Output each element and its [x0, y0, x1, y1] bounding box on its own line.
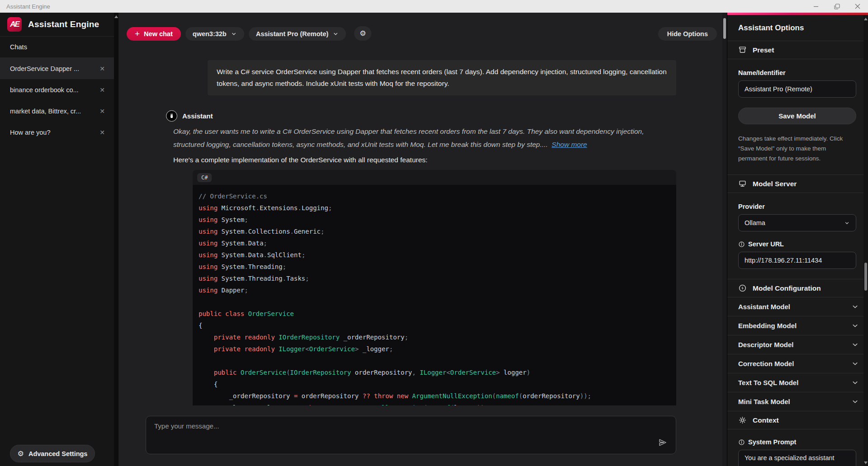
server-icon	[738, 179, 747, 188]
close-chat-icon[interactable]: ✕	[97, 107, 108, 116]
chevron-down-icon	[851, 341, 859, 348]
chat-title: binance orderbook co...	[10, 86, 97, 94]
code-language-badge: C#	[197, 173, 212, 182]
preset-section-header: Preset	[727, 41, 868, 59]
main-scrollbar[interactable]	[722, 13, 727, 466]
scrollbar-thumb[interactable]	[864, 263, 867, 291]
model-accordion-row[interactable]: Assistant Model	[727, 297, 868, 316]
options-panel-title: Assistant Options	[727, 13, 868, 41]
plus-icon: +	[135, 29, 140, 38]
server-url-input[interactable]: http://178.196.27.11:11434	[738, 252, 856, 269]
close-icon[interactable]	[847, 0, 868, 13]
chevron-down-icon	[851, 360, 859, 367]
scroll-up-icon[interactable]	[114, 15, 118, 18]
code-line: _logger = logger ?? throw new ArgumentNu…	[199, 402, 669, 405]
brand-row: AE Assistant Engine	[0, 13, 114, 37]
provider-select[interactable]: Ollama	[738, 214, 856, 231]
model-selector-dropdown[interactable]: qwen3:32b	[185, 27, 244, 41]
code-line	[199, 355, 669, 367]
server-url-label: Server URL	[738, 240, 856, 248]
new-chat-button[interactable]: + New chat	[127, 27, 181, 41]
assistant-thinking-text: Okay, the user wants me to write a C# Or…	[173, 125, 654, 151]
assistant-message-header: Assistant	[166, 110, 722, 122]
chat-title: How are you?	[10, 129, 97, 136]
model-accordion-row[interactable]: Text To SQL Model	[727, 373, 868, 392]
model-server-section-header: Model Server	[727, 175, 868, 193]
model-configuration-section-header: Model Configuration	[727, 279, 868, 297]
advanced-settings-button[interactable]: ⚙ Advanced Settings	[10, 445, 95, 462]
code-line: using Dapper;	[199, 284, 669, 296]
close-chat-icon[interactable]: ✕	[97, 128, 108, 137]
chat-title: OrderService Dapper ...	[10, 65, 97, 72]
provider-label: Provider	[738, 203, 856, 210]
system-prompt-textarea[interactable]: You are a specialized assistant	[738, 450, 856, 466]
accordion-label: Assistant Model	[738, 303, 851, 311]
name-identifier-label: Name/Identifier	[738, 69, 856, 76]
accordion-label: Descriptor Model	[738, 341, 851, 348]
chats-section-label: Chats	[0, 37, 114, 58]
info-icon	[738, 241, 745, 248]
chat-title: market data, Bittrex, cr...	[10, 108, 97, 115]
hide-options-button[interactable]: Hide Options	[658, 27, 717, 41]
composer: Type your message...	[119, 405, 722, 466]
chat-list-item[interactable]: OrderService Dapper ... ✕	[0, 58, 114, 79]
accent-bar	[727, 13, 868, 15]
window-title: Assistant Engine	[0, 3, 806, 10]
chevron-down-icon	[844, 220, 850, 226]
system-prompt-label: System Prompt	[738, 438, 856, 446]
close-chat-icon[interactable]: ✕	[97, 85, 108, 94]
save-model-note: Changes take effect immediately. Click “…	[738, 134, 856, 174]
chat-list-item[interactable]: market data, Bittrex, cr... ✕	[0, 100, 114, 122]
chat-list-item[interactable]: binance orderbook co... ✕	[0, 79, 114, 100]
model-accordion-row[interactable]: Embedding Model	[727, 316, 868, 335]
code-block-header: C#	[193, 170, 676, 185]
lightning-circle-icon	[738, 284, 747, 292]
options-scrollbar[interactable]	[863, 15, 868, 466]
gear-icon: ⚙	[18, 450, 24, 457]
model-accordion-row[interactable]: Descriptor Model	[727, 335, 868, 354]
message-input-placeholder: Type your message...	[154, 422, 219, 430]
code-line: using System;	[199, 214, 669, 226]
sidebar-scrollbar[interactable]	[114, 13, 119, 466]
info-icon	[738, 439, 745, 446]
user-message-text: Write a C# service OrderService using Da…	[217, 66, 667, 89]
model-accordion-row[interactable]: Mini Task Model	[727, 392, 868, 411]
chat-list: OrderService Dapper ... ✕ binance orderb…	[0, 58, 114, 143]
code-line: using Microsoft.Extensions.Logging;	[199, 202, 669, 214]
accordion-label: Correction Model	[738, 360, 851, 367]
toolbar: + New chat qwen3:32b Assistant Pro (Remo…	[119, 13, 722, 41]
code-line: // OrderService.cs	[199, 190, 669, 202]
show-more-link[interactable]: Show more	[552, 141, 587, 148]
code-line: using System.Data.SqlClient;	[199, 249, 669, 261]
model-accordion-row[interactable]: Correction Model	[727, 354, 868, 373]
send-icon[interactable]	[658, 438, 668, 449]
code-content[interactable]: // OrderService.csusing Microsoft.Extens…	[193, 185, 676, 405]
chat-list-item[interactable]: How are you? ✕	[0, 122, 114, 143]
code-line: private readonly IOrderRepository _order…	[199, 331, 669, 343]
accordion-label: Embedding Model	[738, 322, 851, 329]
preset-section-body: Name/Identifier Assistant Pro (Remote) S…	[727, 69, 868, 175]
restore-button[interactable]	[826, 0, 847, 13]
code-line: _orderRepository = orderRepository ?? th…	[199, 390, 669, 402]
scrollbar-thumb[interactable]	[723, 18, 726, 39]
assistant-intro-text: Here's a complete implementation of the …	[173, 156, 722, 164]
context-gear-icon	[738, 416, 747, 424]
scroll-up-icon[interactable]	[864, 18, 868, 20]
message-input[interactable]: Type your message...	[146, 416, 676, 454]
code-line: using System.Threading;	[199, 261, 669, 273]
assistant-selector-dropdown[interactable]: Assistant Pro (Remote)	[249, 27, 346, 41]
close-chat-icon[interactable]: ✕	[97, 64, 108, 73]
code-line: using System.Data;	[199, 237, 669, 249]
save-model-button[interactable]: Save Model	[738, 108, 856, 124]
chat-view: Write a C# service OrderService using Da…	[119, 41, 722, 405]
minimize-button[interactable]	[806, 0, 826, 13]
settings-gear-button[interactable]: ⚙	[354, 26, 371, 41]
preset-box-icon	[738, 46, 747, 54]
window-titlebar: Assistant Engine	[0, 0, 868, 13]
name-identifier-input[interactable]: Assistant Pro (Remote)	[738, 80, 856, 98]
model-accordion-list: Assistant Model Embedding Model Descript…	[727, 297, 868, 411]
scroll-down-icon[interactable]	[864, 461, 868, 464]
app-logo: AE	[7, 17, 22, 32]
context-section-header: Context	[727, 411, 868, 429]
code-line: public OrderService(IOrderRepository ord…	[199, 367, 669, 378]
